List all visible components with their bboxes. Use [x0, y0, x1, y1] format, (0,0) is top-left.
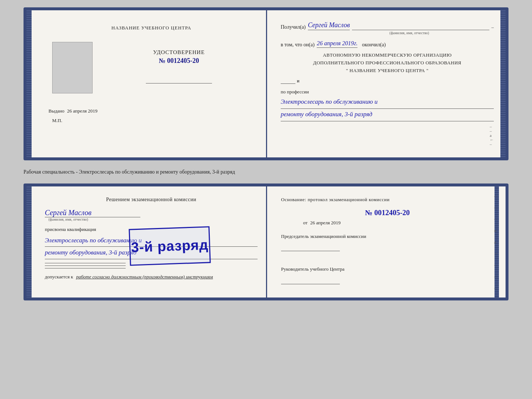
name-block: Сергей Маслов (фамилия, имя, отчество) [45, 209, 258, 221]
right-marks: – – – и а ← – – – [494, 186, 498, 297]
sig-line-3 [45, 268, 126, 268]
sig-line-1 [45, 263, 126, 263]
dopuskaetsya-block: допускается к работе согласно должностны… [45, 274, 258, 280]
dopuskaetsya-prefix: допускается к [45, 274, 73, 280]
predsedatel-label: Председатель экзаменационной комиссии [281, 233, 494, 240]
protocol-num: № 0012405-20 [281, 209, 494, 217]
autonomy-line3: " НАЗВАНИЕ УЧЕБНОГО ЦЕНТРА " [281, 67, 494, 75]
top-center-label: НАЗВАНИЕ УЧЕБНОГО ЦЕНТРА [111, 25, 191, 31]
vydano-line: Выдано 26 апреля 2019 [48, 108, 258, 114]
profession-label: по профессии [281, 89, 494, 95]
received-line: Получил(а) Сергей Маслов – [281, 21, 494, 30]
resheniem-title: Решением экзаменационной комиссии [45, 197, 258, 203]
fio-label-top: (фамилия, имя, отчество) [325, 31, 494, 35]
cert-bottom-left: Решением экзаменационной комиссии Сергей… [26, 186, 269, 297]
vtom-date: 26 апреля 2019г. [317, 40, 357, 48]
profession-line1: Электрослесарь по обслуживанию и [281, 96, 494, 109]
rukovoditel-label: Руководитель учебного Центра [281, 266, 494, 272]
dopuskaetsya-text: работе согласно должностным (производств… [76, 274, 213, 280]
bottom-certificate: Решением экзаменационной комиссии Сергей… [24, 184, 508, 300]
page-wrapper: НАЗВАНИЕ УЧЕБНОГО ЦЕНТРА УДОСТОВЕРЕНИЕ №… [7, 7, 525, 300]
signature-line-left [146, 83, 212, 83]
profession-line2: ремонту оборудования, 3-й разряд [281, 109, 494, 121]
stamp-text: 3-й разряд [131, 236, 209, 255]
ot-label: от [303, 220, 308, 225]
ot-line: от 26 апреля 2019 [281, 220, 494, 226]
cert-bottom-right: Основание: протокол экзаменационной коми… [269, 186, 506, 297]
sig-line-2 [45, 266, 126, 266]
ot-date: 26 апреля 2019 [310, 220, 341, 225]
recipient-name: Сергей Маслов [308, 21, 350, 30]
vydano-date: 26 апреля 2019 [67, 108, 98, 114]
mp-line: М.П. [45, 118, 62, 124]
cert-top-right: Получил(а) Сергей Маслов – (фамилия, имя… [270, 10, 506, 157]
top-certificate: НАЗВАНИЕ УЧЕБНОГО ЦЕНТРА УДОСТОВЕРЕНИЕ №… [24, 7, 508, 160]
photo-placeholder [52, 42, 93, 93]
dash-after-name [352, 30, 489, 30]
bottom-name: Сергей Маслов [45, 209, 140, 217]
received-prefix: Получил(а) [281, 24, 306, 30]
cert-top-left: НАЗВАНИЕ УЧЕБНОГО ЦЕНТРА УДОСТОВЕРЕНИЕ №… [26, 10, 270, 157]
autonomy-line1: АВТОНОМНУЮ НЕКОММЕРЧЕСКУЮ ОРГАНИЗАЦИЮ [281, 51, 494, 59]
right-dash-text: и [297, 78, 299, 84]
separator-label: Рабочая специальность - Электрослесарь п… [24, 167, 508, 177]
right-small-marks: ––а←– [490, 124, 494, 146]
fio-label-bottom: (фамилия, имя, отчество) [48, 217, 258, 221]
sig-rukovoditel [281, 284, 340, 284]
udostoverenie-num: № 0012405-20 [159, 57, 199, 65]
right-dash-1 [281, 83, 295, 84]
vydano-label: Выдано [48, 108, 64, 114]
autonomy-line2: ДОПОЛНИТЕЛЬНОГО ПРОФЕССИОНАЛЬНОГО ОБРАЗО… [281, 59, 494, 67]
osnovaniye-label: Основание: протокол экзаменационной коми… [281, 197, 494, 203]
vtom-line: в том, что он(а) 26 апреля 2019г. окончи… [281, 40, 494, 48]
udostoverenie-title: УДОСТОВЕРЕНИЕ [153, 49, 205, 56]
okончил-label: окончил(а) [362, 42, 386, 48]
dash-symbol: – [492, 24, 494, 30]
autonomy-block: АВТОНОМНУЮ НЕКОММЕРЧЕСКУЮ ОРГАНИЗАЦИЮ ДО… [281, 51, 494, 74]
vtom-prefix: в том, что он(а) [281, 42, 314, 48]
stamp-overlay: 3-й разряд [129, 226, 211, 266]
sig-predsedatel [281, 251, 340, 251]
